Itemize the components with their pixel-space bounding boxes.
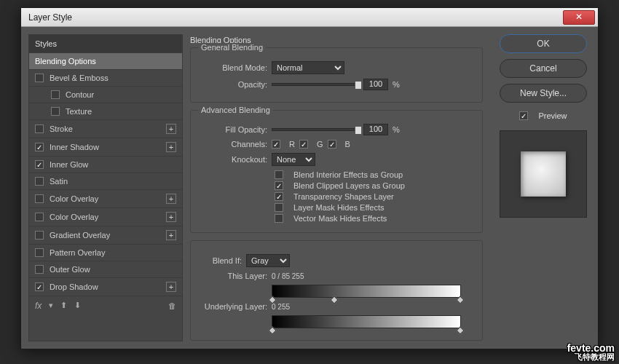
blend-mode-select[interactable]: Normal (272, 61, 344, 74)
underlying-layer-label: Underlying Layer: (198, 302, 267, 311)
new-style-button[interactable]: New Style... (500, 84, 587, 103)
channel-g-checkbox[interactable] (299, 140, 308, 149)
style-label: Pattern Overlay (50, 248, 105, 257)
move-up-icon[interactable]: ⬆ (60, 301, 67, 310)
style-row-contour[interactable]: Contour (29, 86, 182, 103)
ok-button[interactable]: OK (500, 34, 587, 53)
style-row-pattern-overlay[interactable]: Pattern Overlay (29, 244, 182, 261)
style-row-drop-shadow[interactable]: Drop Shadow+ (29, 277, 182, 296)
cancel-button[interactable]: Cancel (500, 59, 587, 78)
opacity-value[interactable]: 100 (363, 79, 388, 90)
style-checkbox[interactable] (35, 74, 44, 82)
style-row-bevel-emboss[interactable]: Bevel & Emboss (29, 69, 182, 86)
watermark: fevte.com 飞特教程网 (567, 343, 615, 361)
opacity-label: Opacity: (198, 80, 267, 89)
channel-r-checkbox[interactable] (272, 140, 280, 149)
action-column: OK Cancel New Style... Preview (496, 34, 591, 341)
style-row-inner-shadow[interactable]: Inner Shadow+ (29, 138, 182, 156)
add-effect-icon[interactable]: + (166, 282, 176, 292)
style-row-blending-options[interactable]: Blending Options (29, 52, 182, 69)
style-label: Stroke (50, 124, 73, 133)
style-row-stroke[interactable]: Stroke+ (29, 119, 182, 138)
add-effect-icon[interactable]: + (166, 230, 176, 240)
advanced-blending-group: Advanced Blending Fill Opacity: 100 % Ch… (190, 110, 483, 233)
fill-opacity-value[interactable]: 100 (363, 124, 388, 135)
style-label: Bevel & Emboss (50, 74, 109, 82)
titlebar[interactable]: Layer Style ✕ (21, 8, 598, 27)
add-effect-icon[interactable]: + (166, 124, 176, 134)
options-panel: Blending Options General Blending Blend … (190, 34, 489, 341)
trash-icon[interactable]: 🗑 (168, 301, 176, 310)
style-checkbox[interactable] (35, 231, 44, 240)
underlying-layer-gradient[interactable] (272, 315, 461, 328)
style-label: Inner Glow (50, 160, 88, 169)
style-checkbox[interactable] (35, 124, 44, 133)
style-row-satin[interactable]: Satin (29, 173, 182, 189)
style-row-outer-glow[interactable]: Outer Glow (29, 261, 182, 277)
style-label: Inner Shadow (50, 143, 99, 151)
blend-interior-checkbox[interactable] (275, 170, 283, 179)
add-effect-icon[interactable]: + (166, 212, 176, 222)
blend-mode-label: Blend Mode: (198, 63, 267, 72)
dialog-title: Layer Style (28, 12, 72, 23)
transparency-shapes-checkbox[interactable] (275, 192, 283, 201)
style-checkbox[interactable] (35, 213, 44, 221)
fill-opacity-slider[interactable] (272, 128, 359, 131)
style-checkbox[interactable] (35, 160, 44, 169)
style-label: Color Overlay (50, 213, 98, 221)
style-checkbox[interactable] (35, 143, 44, 151)
add-effect-icon[interactable]: + (166, 142, 176, 152)
style-row-color-overlay[interactable]: Color Overlay+ (29, 207, 182, 226)
knockout-label: Knockout: (198, 155, 267, 164)
blend-if-select[interactable]: Gray (246, 254, 290, 267)
close-button[interactable]: ✕ (563, 10, 595, 25)
advanced-legend: Advanced Blending (198, 106, 273, 114)
style-row-texture[interactable]: Texture (29, 103, 182, 119)
style-label: Texture (66, 107, 92, 116)
general-legend: General Blending (198, 43, 266, 52)
style-label: Drop Shadow (50, 282, 98, 291)
style-label: Blending Options (35, 57, 96, 66)
styles-header: Styles (29, 35, 182, 52)
style-row-inner-glow[interactable]: Inner Glow (29, 156, 182, 173)
style-checkbox[interactable] (51, 107, 60, 116)
blend-if-label: Blend If: (198, 256, 242, 265)
style-row-gradient-overlay[interactable]: Gradient Overlay+ (29, 226, 182, 244)
pct-label-2: % (393, 125, 400, 134)
this-layer-gradient[interactable] (272, 285, 461, 298)
layer-mask-hides-checkbox[interactable] (275, 203, 283, 212)
vector-mask-hides-checkbox[interactable] (275, 214, 283, 223)
style-label: Contour (66, 90, 94, 99)
underlying-layer-values: 0 255 (272, 303, 290, 311)
fx-menu-icon[interactable]: ▾ (49, 301, 53, 310)
blend-clipped-checkbox[interactable] (275, 181, 283, 190)
style-checkbox[interactable] (35, 282, 44, 291)
fx-footer: fx ▾ ⬆ ⬇ 🗑 (29, 296, 182, 314)
fx-label: fx (35, 301, 42, 311)
style-checkbox[interactable] (35, 248, 44, 257)
layer-style-dialog: Layer Style ✕ Styles Blending OptionsBev… (20, 7, 599, 349)
blend-if-group: Blend If: Gray This Layer: 0 / 85 255 Un… (190, 240, 483, 341)
style-row-color-overlay[interactable]: Color Overlay+ (29, 189, 182, 207)
preview-label: Preview (538, 111, 567, 120)
channels-label: Channels: (198, 140, 267, 149)
add-effect-icon[interactable]: + (166, 194, 176, 204)
this-layer-values: 0 / 85 255 (272, 272, 304, 280)
pct-label: % (393, 80, 400, 89)
preview-checkbox[interactable] (519, 111, 528, 120)
general-blending-group: General Blending Blend Mode: Normal Opac… (190, 47, 483, 103)
styles-sidebar: Styles Blending OptionsBevel & EmbossCon… (28, 34, 183, 341)
knockout-select[interactable]: None (272, 153, 315, 166)
move-down-icon[interactable]: ⬇ (74, 301, 81, 310)
channel-b-checkbox[interactable] (328, 140, 336, 149)
opacity-slider[interactable] (272, 83, 359, 86)
style-checkbox[interactable] (35, 177, 44, 186)
fill-opacity-label: Fill Opacity: (198, 125, 267, 134)
style-checkbox[interactable] (51, 90, 60, 99)
style-label: Satin (50, 177, 68, 186)
preview-swatch (521, 151, 566, 197)
style-label: Color Overlay (50, 194, 98, 203)
style-checkbox[interactable] (35, 194, 44, 203)
style-label: Gradient Overlay (50, 231, 110, 240)
style-checkbox[interactable] (35, 265, 44, 274)
